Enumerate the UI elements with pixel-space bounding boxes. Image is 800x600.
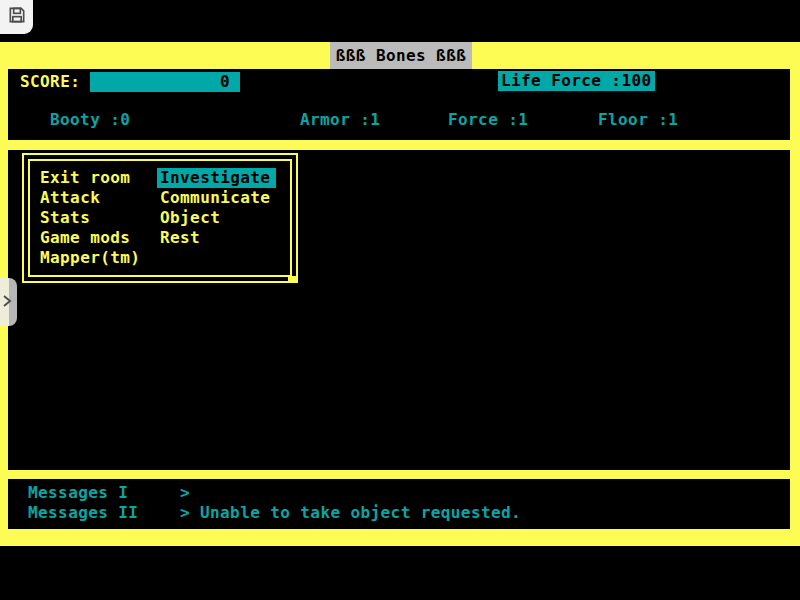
menu-box-corner-nub bbox=[288, 276, 298, 281]
game-title: ßßß Bones ßßß bbox=[330, 42, 472, 69]
stat-force: Force :1 bbox=[448, 110, 528, 130]
command-menu-inner-border: Exit room Attack Stats Game mods Mapper(… bbox=[28, 159, 292, 277]
menu-item-mapper[interactable]: Mapper(tm) bbox=[40, 248, 140, 268]
command-menu: Exit room Attack Stats Game mods Mapper(… bbox=[22, 153, 298, 283]
menu-item-attack[interactable]: Attack bbox=[40, 188, 140, 208]
menu-item-investigate[interactable]: Investigate bbox=[160, 168, 276, 188]
menu-item-object[interactable]: Object bbox=[160, 208, 276, 228]
messages-panel: Messages I > Messages II > Unable to tak… bbox=[8, 479, 790, 529]
menu-item-game-mods[interactable]: Game mods bbox=[40, 228, 140, 248]
game-screen: ßßß Bones ßßß SCORE: 0 Life Force :100 B… bbox=[0, 0, 800, 600]
main-play-area: Exit room Attack Stats Game mods Mapper(… bbox=[8, 150, 790, 470]
selected-menu-highlight[interactable]: Investigate bbox=[157, 168, 276, 188]
menu-column-right: Investigate Communicate Object Rest bbox=[160, 168, 276, 248]
messages-1-prompt: > bbox=[180, 483, 190, 503]
status-panel: SCORE: 0 Life Force :100 Booty :0 Armor … bbox=[8, 69, 790, 140]
messages-2-prompt: > bbox=[180, 503, 190, 523]
messages-1-label: Messages I bbox=[28, 483, 128, 503]
stat-armor: Armor :1 bbox=[300, 110, 380, 130]
menu-item-stats[interactable]: Stats bbox=[40, 208, 140, 228]
message-row-2: Messages II > Unable to take object requ… bbox=[8, 503, 790, 523]
messages-2-text: Unable to take object requested. bbox=[200, 503, 521, 523]
score-label: SCORE: bbox=[20, 72, 80, 92]
life-force-badge: Life Force :100 bbox=[498, 71, 655, 91]
menu-item-exit-room[interactable]: Exit room bbox=[40, 168, 140, 188]
stat-booty: Booty :0 bbox=[50, 110, 130, 130]
floppy-disk-icon bbox=[7, 5, 27, 30]
chevron-right-icon bbox=[0, 292, 12, 312]
stat-floor: Floor :1 bbox=[598, 110, 678, 130]
messages-2-label: Messages II bbox=[28, 503, 138, 523]
score-bar: 0 bbox=[90, 72, 240, 92]
save-button[interactable] bbox=[0, 0, 33, 34]
menu-column-left: Exit room Attack Stats Game mods Mapper(… bbox=[40, 168, 140, 268]
menu-item-rest[interactable]: Rest bbox=[160, 228, 276, 248]
message-row-1: Messages I > bbox=[8, 483, 790, 503]
menu-item-communicate[interactable]: Communicate bbox=[160, 188, 276, 208]
sidebar-toggle[interactable] bbox=[0, 278, 17, 326]
